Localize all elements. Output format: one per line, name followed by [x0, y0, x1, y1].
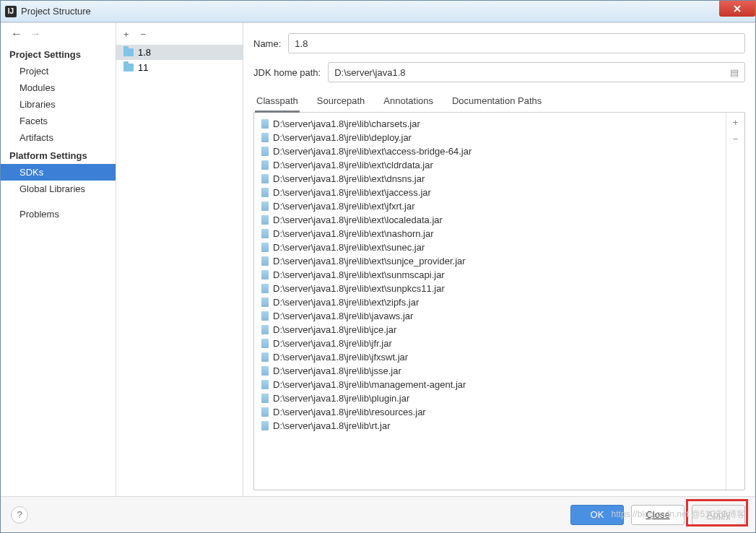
jar-icon — [261, 229, 269, 238]
classpath-path: D:\server\java1.8\jre\lib\jce.jar — [273, 324, 396, 335]
classpath-entry[interactable]: D:\server\java1.8\jre\lib\ext\jaccess.ja… — [257, 186, 723, 199]
nav-back-icon[interactable]: ← — [11, 27, 22, 40]
classpath-path: D:\server\java1.8\jre\lib\resources.jar — [273, 407, 426, 417]
classpath-entry[interactable]: D:\server\java1.8\jre\lib\ext\sunmscapi.… — [257, 268, 723, 282]
tab-documentation-paths[interactable]: Documentation Paths — [451, 91, 543, 112]
tab-sourcepath[interactable]: Sourcepath — [316, 91, 367, 112]
classpath-entry[interactable]: D:\server\java1.8\jre\lib\deploy.jar — [257, 131, 723, 144]
classpath-entry[interactable]: D:\server\java1.8\jre\lib\jfr.jar — [257, 337, 723, 350]
title-bar: IJ Project Structure — [1, 1, 755, 22]
sidebar-item-modules[interactable]: Modules — [1, 79, 116, 96]
apply-button[interactable]: Apply — [692, 505, 745, 525]
help-button[interactable]: ? — [11, 506, 28, 524]
home-path-label: JDK home path: — [253, 67, 321, 78]
sdk-list-pane: + − 1.811 — [116, 23, 243, 496]
classpath-path: D:\server\java1.8\jre\lib\rt.jar — [273, 420, 391, 431]
jdk-home-path-value: D:\server\java1.8 — [334, 67, 405, 78]
close-button[interactable]: Close — [631, 505, 685, 525]
classpath-path: D:\server\java1.8\jre\lib\jsse.jar — [273, 365, 401, 376]
jar-icon — [261, 298, 269, 307]
platform-settings-heading: Platform Settings — [1, 146, 116, 164]
add-sdk-icon[interactable]: + — [123, 29, 129, 40]
classpath-entry[interactable]: D:\server\java1.8\jre\lib\ext\sunjce_pro… — [257, 254, 723, 268]
classpath-entry[interactable]: D:\server\java1.8\jre\lib\rt.jar — [257, 419, 723, 433]
jdk-home-path-input[interactable]: D:\server\java1.8 ▤ — [328, 62, 745, 82]
window-title: Project Structure — [21, 6, 91, 17]
window-close-button[interactable] — [719, 1, 755, 17]
jar-icon — [261, 284, 269, 293]
folder-icon — [123, 64, 134, 72]
remove-classpath-icon[interactable]: − — [733, 134, 739, 144]
jar-icon — [261, 174, 269, 183]
classpath-entry[interactable]: D:\server\java1.8\jre\lib\ext\zipfs.jar — [257, 295, 723, 309]
classpath-entry[interactable]: D:\server\java1.8\jre\lib\ext\sunec.jar — [257, 240, 723, 254]
sidebar-item-sdks[interactable]: SDKs — [1, 164, 116, 181]
classpath-path: D:\server\java1.8\jre\lib\ext\dnsns.jar — [273, 173, 425, 184]
classpath-entry[interactable]: D:\server\java1.8\jre\lib\ext\cldrdata.j… — [257, 158, 723, 172]
jar-icon — [261, 215, 269, 225]
jar-icon — [261, 325, 269, 334]
sdk-item[interactable]: 1.8 — [116, 45, 243, 60]
classpath-entry[interactable]: D:\server\java1.8\jre\lib\jce.jar — [257, 323, 723, 337]
sidebar-item-artifacts[interactable]: Artifacts — [1, 129, 116, 146]
jar-icon — [261, 394, 269, 403]
tab-annotations[interactable]: Annotations — [382, 91, 435, 112]
classpath-path: D:\server\java1.8\jre\lib\ext\jaccess.ja… — [273, 187, 431, 198]
nav-forward-icon[interactable]: → — [30, 27, 41, 40]
sidebar-item-problems[interactable]: Problems — [1, 206, 116, 222]
classpath-path: D:\server\java1.8\jre\lib\ext\sunmscapi.… — [273, 269, 445, 280]
jar-icon — [261, 407, 269, 417]
classpath-entry[interactable]: D:\server\java1.8\jre\lib\resources.jar — [257, 405, 723, 419]
classpath-entry[interactable]: D:\server\java1.8\jre\lib\ext\access-bri… — [257, 144, 723, 158]
jar-icon — [261, 160, 269, 170]
classpath-entry[interactable]: D:\server\java1.8\jre\lib\ext\localedata… — [257, 213, 723, 227]
classpath-entry[interactable]: D:\server\java1.8\jre\lib\jfxswt.jar — [257, 350, 723, 364]
sdk-tabs: ClasspathSourcepathAnnotationsDocumentat… — [253, 91, 745, 113]
sidebar-item-global-libraries[interactable]: Global Libraries — [1, 181, 116, 197]
jar-icon — [261, 243, 269, 252]
app-icon: IJ — [5, 6, 17, 17]
add-classpath-icon[interactable]: + — [733, 117, 739, 128]
classpath-entry[interactable]: D:\server\java1.8\jre\lib\management-age… — [257, 378, 723, 391]
classpath-list[interactable]: D:\server\java1.8\jre\lib\charsets.jarD:… — [254, 113, 726, 490]
folder-icon — [123, 48, 134, 56]
dialog-footer: ? OK Close Apply — [1, 496, 755, 532]
sdk-item[interactable]: 11 — [116, 60, 243, 75]
sdk-name-input[interactable] — [288, 33, 745, 53]
jar-icon — [261, 380, 269, 389]
classpath-entry[interactable]: D:\server\java1.8\jre\lib\jsse.jar — [257, 364, 723, 378]
sdk-item-label: 11 — [138, 62, 148, 73]
sdk-detail-panel: Name: JDK home path: D:\server\java1.8 ▤… — [243, 23, 755, 496]
classpath-path: D:\server\java1.8\jre\lib\plugin.jar — [273, 393, 409, 404]
classpath-entry[interactable]: D:\server\java1.8\jre\lib\ext\jfxrt.jar — [257, 199, 723, 213]
classpath-entry[interactable]: D:\server\java1.8\jre\lib\ext\dnsns.jar — [257, 172, 723, 186]
jar-icon — [261, 202, 269, 211]
ok-button[interactable]: OK — [570, 505, 624, 525]
jar-icon — [261, 421, 269, 430]
jar-icon — [261, 311, 269, 321]
browse-folder-icon[interactable]: ▤ — [730, 67, 739, 78]
classpath-entry[interactable]: D:\server\java1.8\jre\lib\ext\sunpkcs11.… — [257, 282, 723, 295]
jar-icon — [261, 256, 269, 266]
remove-sdk-icon[interactable]: − — [141, 29, 147, 40]
classpath-entry[interactable]: D:\server\java1.8\jre\lib\ext\nashorn.ja… — [257, 227, 723, 240]
settings-sidebar: ← → Project Settings ProjectModulesLibra… — [1, 23, 116, 496]
classpath-path: D:\server\java1.8\jre\lib\javaws.jar — [273, 311, 413, 321]
jar-icon — [261, 339, 269, 348]
jar-icon — [261, 352, 269, 362]
sidebar-item-libraries[interactable]: Libraries — [1, 96, 116, 113]
classpath-entry[interactable]: D:\server\java1.8\jre\lib\charsets.jar — [257, 117, 723, 131]
classpath-path: D:\server\java1.8\jre\lib\deploy.jar — [273, 132, 412, 143]
tab-classpath[interactable]: Classpath — [255, 91, 300, 112]
classpath-path: D:\server\java1.8\jre\lib\charsets.jar — [273, 118, 420, 129]
sidebar-item-project[interactable]: Project — [1, 63, 116, 79]
classpath-path: D:\server\java1.8\jre\lib\ext\jfxrt.jar — [273, 201, 415, 212]
sidebar-item-facets[interactable]: Facets — [1, 113, 116, 129]
jar-icon — [261, 147, 269, 156]
classpath-path: D:\server\java1.8\jre\lib\ext\cldrdata.j… — [273, 160, 433, 170]
classpath-path: D:\server\java1.8\jre\lib\ext\sunec.jar — [273, 242, 425, 253]
sdk-item-label: 1.8 — [138, 47, 151, 58]
classpath-entry[interactable]: D:\server\java1.8\jre\lib\javaws.jar — [257, 309, 723, 323]
classpath-path: D:\server\java1.8\jre\lib\ext\zipfs.jar — [273, 297, 419, 308]
classpath-entry[interactable]: D:\server\java1.8\jre\lib\plugin.jar — [257, 391, 723, 405]
